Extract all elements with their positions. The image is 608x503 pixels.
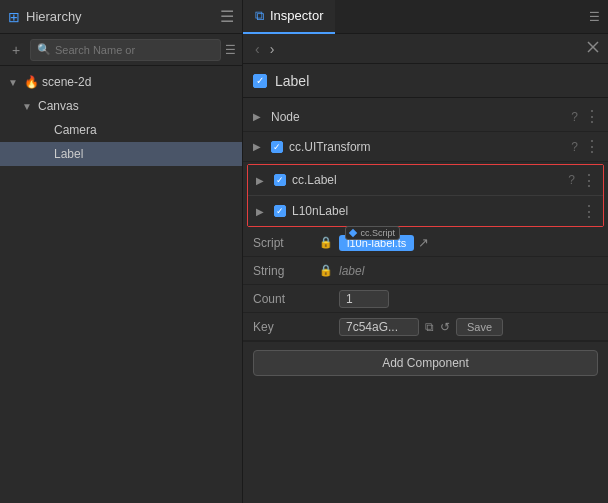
dots-icon-l10nlabel[interactable]: ⋮ [581, 202, 595, 221]
tree-item-canvas[interactable]: ▼ Canvas [0, 94, 242, 118]
cclabel-checkbox[interactable]: ✓ [274, 174, 286, 186]
section-node[interactable]: ▶ Node ? ⋮ [243, 102, 608, 132]
section-arrow-l10nlabel: ▶ [256, 206, 268, 217]
search-input[interactable] [55, 44, 214, 56]
section-title-node: Node [271, 110, 565, 124]
lock-icon-script: 🔒 [319, 236, 333, 249]
hierarchy-menu-icon[interactable]: ☰ [220, 7, 234, 26]
section-cclabel[interactable]: ▶ ✓ cc.Label ? ⋮ [248, 165, 603, 195]
hierarchy-title: Hierarchy [26, 9, 214, 24]
script-field-wrapper: cc.Script l10n-label.ts ↗ [339, 235, 598, 251]
cc-script-badge: cc.Script [345, 226, 400, 240]
dots-icon-node[interactable]: ⋮ [584, 107, 598, 126]
inspector-menu-icon: ☰ [589, 10, 600, 24]
tree-item-label[interactable]: ▶ Label [0, 142, 242, 166]
tree-arrow-canvas: ▼ [22, 101, 34, 112]
section-arrow-cclabel: ▶ [256, 175, 268, 186]
section-l10nlabel[interactable]: ▶ ✓ L10nLabel ⋮ [248, 196, 603, 226]
tree-item-scene-2d[interactable]: ▼ 🔥 scene-2d [0, 70, 242, 94]
tree-label-scene-2d: scene-2d [42, 75, 91, 89]
node-enabled-checkbox[interactable]: ✓ [253, 74, 267, 88]
lock-icon-string: 🔒 [319, 264, 333, 277]
inspector-content: ▶ Node ? ⋮ ▶ ✓ cc.UITransform ? ⋮ [243, 98, 608, 503]
nav-back-arrow[interactable]: ‹ [251, 39, 264, 59]
highlighted-sections-wrapper: ▶ ✓ cc.Label ? ⋮ ▶ ✓ L10nLabel ⋮ [247, 164, 604, 227]
tree-label-label: Label [54, 147, 83, 161]
prop-label-count: Count [253, 292, 313, 306]
key-refresh-icon[interactable]: ↺ [440, 320, 450, 334]
string-value: label [339, 264, 364, 278]
section-arrow-node: ▶ [253, 111, 265, 122]
key-copy-icon[interactable]: ⧉ [425, 320, 434, 334]
count-input[interactable] [339, 290, 389, 308]
hierarchy-panel-header: ⊞ Hierarchy ☰ [0, 0, 242, 34]
hierarchy-icon: ⊞ [8, 9, 20, 25]
section-uitransform[interactable]: ▶ ✓ cc.UITransform ? ⋮ [243, 132, 608, 162]
filter-list-icon[interactable]: ☰ [225, 43, 236, 57]
l10nlabel-checkbox[interactable]: ✓ [274, 205, 286, 217]
dots-icon-uitransform[interactable]: ⋮ [584, 137, 598, 156]
search-input-wrapper: 🔍 [30, 39, 221, 61]
hierarchy-tree: ▼ 🔥 scene-2d ▼ Canvas ▶ Camera ▶ Label [0, 66, 242, 503]
pin-icon [586, 40, 600, 54]
prop-row-count: Count [243, 285, 608, 313]
flame-icon: 🔥 [24, 75, 38, 89]
tree-label-camera: Camera [54, 123, 97, 137]
help-icon-cclabel[interactable]: ? [568, 173, 575, 187]
section-arrow-uitransform: ▶ [253, 141, 265, 152]
tree-item-camera[interactable]: ▶ Camera [0, 118, 242, 142]
properties-area: Script 🔒 cc.Script l10n-label.ts ↗ [243, 229, 608, 341]
tree-arrow-scene-2d: ▼ [8, 77, 20, 88]
prop-label-string: String [253, 264, 313, 278]
dots-icon-cclabel[interactable]: ⋮ [581, 171, 595, 190]
key-save-button[interactable]: Save [456, 318, 503, 336]
prop-label-script: Script [253, 236, 313, 250]
key-input[interactable] [339, 318, 419, 336]
hierarchy-search-bar: + 🔍 ☰ [0, 34, 242, 66]
nav-forward-arrow[interactable]: › [266, 39, 279, 59]
node-name-text: Label [275, 73, 309, 89]
node-name-row: ✓ Label [243, 64, 608, 98]
add-node-button[interactable]: + [6, 40, 26, 60]
section-title-uitransform: cc.UITransform [289, 140, 565, 154]
help-icon-uitransform[interactable]: ? [571, 140, 578, 154]
prop-row-string: String 🔒 label [243, 257, 608, 285]
prop-row-key: Key ⧉ ↺ Save [243, 313, 608, 341]
search-icon: 🔍 [37, 43, 51, 56]
add-component-bar: Add Component [243, 341, 608, 384]
prop-label-key: Key [253, 320, 313, 334]
unpin-icon[interactable] [586, 40, 600, 57]
tree-label-canvas: Canvas [38, 99, 79, 113]
add-component-button[interactable]: Add Component [253, 350, 598, 376]
prop-row-script: Script 🔒 cc.Script l10n-label.ts ↗ [243, 229, 608, 257]
inspector-nav-row: ‹ › [243, 34, 608, 64]
inspector-tab-label: Inspector [270, 8, 323, 23]
section-title-l10nlabel: L10nLabel [292, 204, 575, 218]
inspector-tab[interactable]: ⧉ Inspector [243, 0, 335, 34]
inspector-panel-menu[interactable]: ☰ [581, 10, 608, 24]
help-icon-node[interactable]: ? [571, 110, 578, 124]
inspector-tab-icon: ⧉ [255, 8, 264, 24]
section-title-cclabel: cc.Label [292, 173, 562, 187]
script-external-link-icon[interactable]: ↗ [418, 235, 429, 250]
uitransform-checkbox[interactable]: ✓ [271, 141, 283, 153]
